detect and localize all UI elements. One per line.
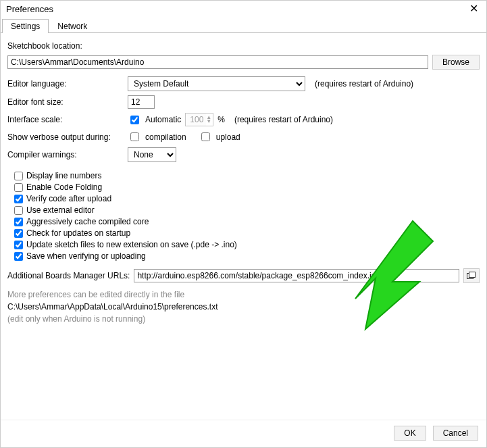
scale-auto-label: Automatic (145, 115, 181, 124)
boards-url-label: Additional Boards Manager URLs: (7, 271, 130, 280)
browse-button[interactable]: Browse (432, 55, 480, 70)
external-editor-label: Use external editor (26, 205, 95, 215)
sketchbook-location-input[interactable] (7, 55, 428, 69)
boards-url-input[interactable] (134, 269, 459, 282)
verbose-compile-label: compilation (145, 132, 186, 142)
code-folding-checkbox[interactable] (14, 183, 23, 192)
window-icon (467, 272, 476, 280)
update-extension-checkbox[interactable] (14, 241, 23, 249)
prefs-file-note: More preferences can be edited directly … (7, 290, 480, 299)
language-hint: (requires restart of Arduino) (315, 79, 413, 89)
check-updates-label: Check for updates on startup (26, 228, 130, 238)
close-icon[interactable]: ✕ (467, 3, 481, 14)
cache-core-label: Aggressively cache compiled core (26, 217, 149, 226)
code-folding-label: Enable Code Folding (26, 182, 102, 192)
display-lines-label: Display line numbers (26, 171, 101, 180)
cancel-button[interactable]: Cancel (433, 426, 478, 441)
warnings-label: Compiler warnings: (7, 150, 124, 159)
fontsize-input[interactable] (128, 95, 155, 109)
svg-rect-1 (469, 272, 476, 278)
check-updates-checkbox[interactable] (14, 229, 23, 238)
scale-pct: % (217, 115, 225, 124)
scale-spinner[interactable]: ▲▼ (185, 113, 213, 126)
save-on-verify-label: Save when verifying or uploading (26, 251, 146, 261)
verbose-compile-checkbox[interactable] (130, 132, 139, 141)
verbose-upload-label: upload (216, 132, 240, 142)
warnings-select[interactable]: None (128, 147, 176, 162)
window-title: Preferences (6, 4, 53, 14)
prefs-file-hint: (edit only when Arduino is not running) (7, 314, 480, 324)
external-editor-checkbox[interactable] (14, 206, 23, 215)
verbose-upload-checkbox[interactable] (201, 132, 210, 141)
verify-upload-checkbox[interactable] (14, 195, 23, 203)
fontsize-label: Editor font size: (7, 97, 124, 107)
prefs-file-path: C:\Users\Ammar\AppData\Local\Arduino15\p… (7, 302, 480, 312)
scale-hint: (requires restart of Arduino) (234, 115, 333, 124)
cache-core-checkbox[interactable] (14, 218, 23, 226)
scale-auto-checkbox[interactable] (130, 116, 139, 124)
display-lines-checkbox[interactable] (14, 172, 23, 180)
scale-label: Interface scale: (7, 115, 124, 124)
language-label: Editor language: (7, 79, 124, 89)
settings-panel: Sketchbook location: Browse Editor langu… (1, 33, 486, 420)
titlebar: Preferences ✕ (1, 1, 486, 17)
dialog-footer: OK Cancel (1, 420, 486, 447)
verbose-label: Show verbose output during: (7, 132, 124, 142)
ok-button[interactable]: OK (394, 426, 426, 441)
language-select[interactable]: System Default (128, 76, 305, 91)
update-extension-label: Update sketch files to new extension on … (26, 240, 237, 249)
tabs: Settings Network (1, 18, 486, 33)
tab-network[interactable]: Network (49, 19, 96, 33)
tab-settings[interactable]: Settings (2, 19, 49, 33)
verify-upload-label: Verify code after upload (26, 194, 111, 203)
boards-url-expand-button[interactable] (463, 268, 480, 283)
save-on-verify-checkbox[interactable] (14, 252, 23, 261)
sketchbook-label: Sketchbook location: (7, 41, 82, 51)
scale-value-input (187, 114, 206, 126)
